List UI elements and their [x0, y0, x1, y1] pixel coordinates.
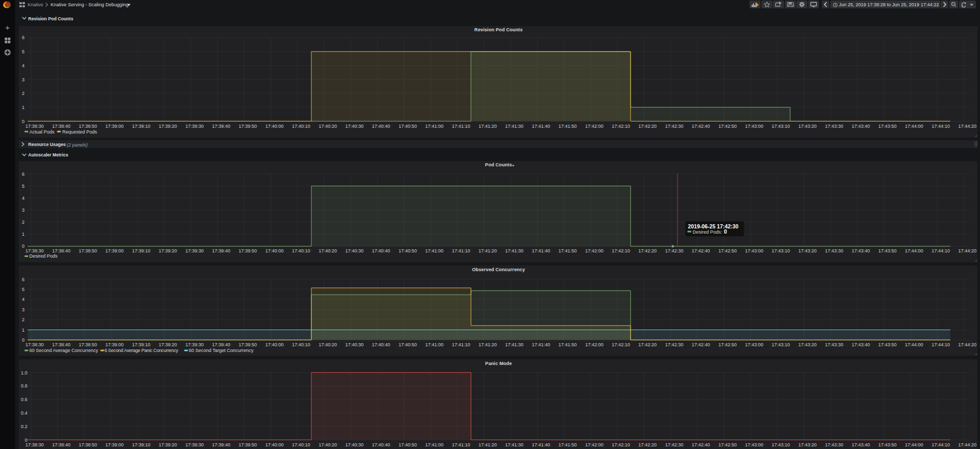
svg-text:17:41:10: 17:41:10 — [452, 442, 470, 447]
svg-text:17:40:20: 17:40:20 — [319, 248, 337, 253]
svg-text:17:42:00: 17:42:00 — [585, 248, 603, 253]
svg-text:17:41:30: 17:41:30 — [505, 248, 524, 253]
svg-text:17:43:30: 17:43:30 — [825, 248, 843, 253]
svg-text:17:43:40: 17:43:40 — [852, 342, 870, 347]
svg-text:Requested Pods: Requested Pods — [63, 129, 98, 135]
svg-text:17:41:40: 17:41:40 — [532, 248, 550, 253]
svg-text:17:39:00: 17:39:00 — [105, 442, 124, 447]
svg-text:2: 2 — [22, 220, 25, 225]
svg-text:17:40:30: 17:40:30 — [345, 342, 364, 347]
svg-text:1: 1 — [22, 232, 25, 237]
svg-text:17:42:40: 17:42:40 — [692, 124, 710, 129]
svg-text:17:41:00: 17:41:00 — [425, 124, 443, 129]
svg-text:0.2: 0.2 — [21, 424, 28, 429]
svg-text:17:44:20: 17:44:20 — [958, 124, 976, 129]
svg-text:17:41:20: 17:41:20 — [478, 124, 497, 129]
svg-text:3: 3 — [22, 208, 25, 213]
svg-text:0.6: 0.6 — [21, 397, 28, 402]
svg-text:17:38:40: 17:38:40 — [52, 124, 70, 129]
svg-text:4: 4 — [22, 196, 25, 201]
svg-text:1: 1 — [22, 327, 25, 333]
svg-text:17:40:40: 17:40:40 — [372, 442, 390, 447]
svg-text:17:40:40: 17:40:40 — [372, 124, 390, 129]
svg-text:3: 3 — [22, 77, 25, 82]
svg-text:17:41:20: 17:41:20 — [478, 248, 497, 253]
svg-text:17:44:10: 17:44:10 — [931, 442, 950, 447]
svg-text:17:40:50: 17:40:50 — [398, 124, 417, 129]
svg-text:6 Second Average Panic Concurr: 6 Second Average Panic Concurrency — [105, 348, 179, 353]
svg-text:17:39:40: 17:39:40 — [212, 124, 230, 129]
svg-text:17:44:10: 17:44:10 — [931, 342, 950, 347]
svg-text:17:42:30: 17:42:30 — [665, 248, 683, 253]
svg-text:17:44:10: 17:44:10 — [931, 248, 950, 253]
svg-text:17:42:00: 17:42:00 — [585, 342, 603, 347]
svg-text:17:41:30: 17:41:30 — [505, 124, 524, 129]
svg-text:17:40:40: 17:40:40 — [372, 248, 390, 253]
svg-text:17:39:30: 17:39:30 — [185, 442, 203, 447]
svg-text:17:44:00: 17:44:00 — [905, 248, 923, 253]
svg-text:3: 3 — [22, 307, 25, 312]
svg-text:17:40:00: 17:40:00 — [265, 124, 284, 129]
svg-text:17:41:50: 17:41:50 — [559, 124, 577, 129]
svg-text:17:43:40: 17:43:40 — [852, 442, 870, 447]
svg-text:17:39:00: 17:39:00 — [105, 342, 124, 347]
svg-text:5: 5 — [22, 287, 25, 292]
svg-text:17:43:50: 17:43:50 — [878, 442, 897, 447]
svg-text:17:40:20: 17:40:20 — [319, 442, 337, 447]
svg-text:17:44:20: 17:44:20 — [958, 248, 976, 253]
svg-text:17:41:10: 17:41:10 — [452, 342, 470, 347]
svg-text:17:39:30: 17:39:30 — [185, 342, 203, 347]
svg-text:17:43:20: 17:43:20 — [798, 124, 817, 129]
svg-text:17:38:30: 17:38:30 — [26, 124, 44, 129]
svg-text:17:38:50: 17:38:50 — [79, 442, 97, 447]
svg-text:17:41:50: 17:41:50 — [559, 342, 577, 347]
svg-text:17:41:30: 17:41:30 — [505, 342, 524, 347]
svg-text:17:40:50: 17:40:50 — [398, 442, 417, 447]
svg-text:0: 0 — [22, 119, 25, 124]
svg-text:17:41:50: 17:41:50 — [559, 442, 577, 447]
svg-text:17:43:30: 17:43:30 — [825, 442, 843, 447]
svg-text:17:39:40: 17:39:40 — [212, 248, 230, 253]
svg-text:17:39:30: 17:39:30 — [185, 248, 203, 253]
svg-text:17:42:50: 17:42:50 — [718, 442, 736, 447]
svg-text:17:40:20: 17:40:20 — [319, 124, 337, 129]
svg-text:17:44:10: 17:44:10 — [931, 124, 950, 129]
svg-text:17:41:00: 17:41:00 — [425, 342, 443, 347]
svg-text:17:42:50: 17:42:50 — [718, 248, 736, 253]
svg-text:17:42:10: 17:42:10 — [612, 342, 630, 347]
svg-text:Pod Counts: Pod Counts — [485, 162, 512, 167]
svg-text:17:39:50: 17:39:50 — [239, 342, 257, 347]
svg-text:17:43:50: 17:43:50 — [878, 342, 897, 347]
svg-text:17:40:50: 17:40:50 — [398, 248, 417, 253]
svg-text:Revision Pod Counts: Revision Pod Counts — [475, 27, 523, 32]
svg-text:17:42:20: 17:42:20 — [638, 442, 657, 447]
svg-text:17:44:00: 17:44:00 — [905, 124, 923, 129]
svg-text:17:39:50: 17:39:50 — [239, 124, 257, 129]
svg-text:17:38:50: 17:38:50 — [79, 124, 97, 129]
svg-text:17:43:20: 17:43:20 — [798, 248, 817, 253]
svg-text:17:40:40: 17:40:40 — [372, 342, 390, 347]
svg-text:17:41:20: 17:41:20 — [478, 342, 497, 347]
svg-text:17:43:10: 17:43:10 — [772, 442, 790, 447]
svg-text:2: 2 — [22, 317, 25, 322]
svg-text:17:40:00: 17:40:00 — [265, 442, 284, 447]
svg-text:2: 2 — [22, 91, 25, 96]
svg-text:17:39:00: 17:39:00 — [105, 248, 124, 253]
svg-text:17:39:20: 17:39:20 — [159, 442, 177, 447]
svg-text:17:42:10: 17:42:10 — [612, 124, 630, 129]
svg-text:17:42:30: 17:42:30 — [665, 442, 683, 447]
svg-text:17:40:10: 17:40:10 — [292, 124, 310, 129]
svg-text:17:40:30: 17:40:30 — [345, 248, 364, 253]
svg-text:17:40:00: 17:40:00 — [265, 248, 284, 253]
svg-text:17:40:30: 17:40:30 — [345, 442, 364, 447]
svg-text:17:42:30: 17:42:30 — [665, 342, 683, 347]
svg-text:1.0: 1.0 — [21, 370, 28, 375]
svg-text:17:43:20: 17:43:20 — [798, 442, 817, 447]
svg-text:Panic Mode: Panic Mode — [485, 361, 512, 366]
svg-text:17:39:10: 17:39:10 — [132, 442, 150, 447]
svg-text:Actual Pods: Actual Pods — [29, 129, 55, 135]
svg-text:0.8: 0.8 — [21, 383, 28, 389]
svg-text:17:39:10: 17:39:10 — [132, 248, 150, 253]
svg-text:17:38:40: 17:38:40 — [52, 248, 70, 253]
svg-text:17:41:40: 17:41:40 — [532, 124, 550, 129]
